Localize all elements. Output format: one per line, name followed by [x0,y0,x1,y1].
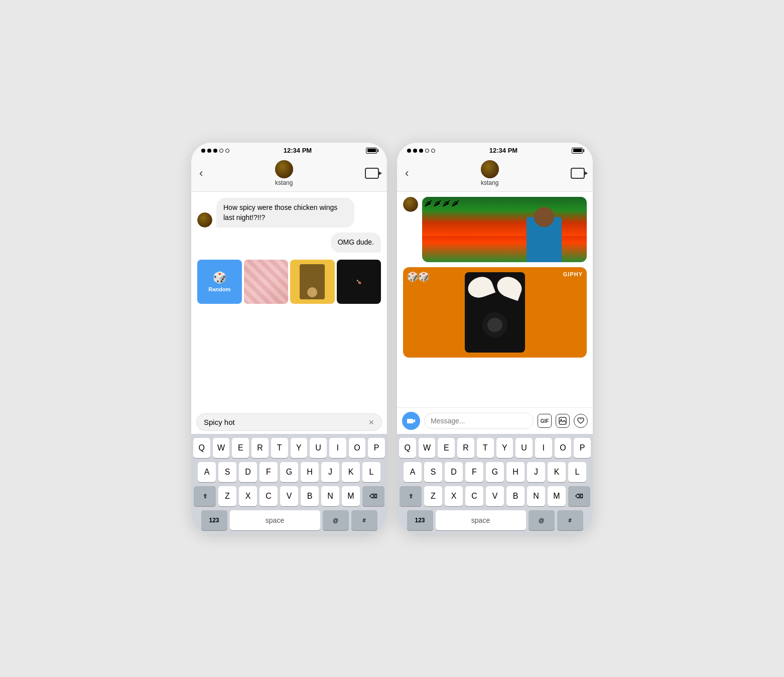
key-rm[interactable]: M [548,486,566,506]
key-r[interactable]: R [251,438,269,458]
key-g[interactable]: G [280,462,298,482]
key-hash[interactable]: # [351,510,377,530]
messages-area-left: How spicy were those chicken wings last … [191,192,387,410]
key-backspace[interactable]: ⌫ [362,486,384,506]
key-ri[interactable]: I [535,438,552,458]
key-rbackspace[interactable]: ⌫ [568,486,590,506]
key-o[interactable]: O [349,438,366,458]
heart-button[interactable] [574,414,588,428]
key-rz[interactable]: Z [424,486,442,506]
gif-item-2[interactable] [290,260,335,304]
key-p[interactable]: P [368,438,385,458]
key-q[interactable]: Q [193,438,210,458]
nav-center-right[interactable]: kstang [481,160,499,186]
message-input-right[interactable] [424,413,534,429]
search-input-left[interactable] [204,418,364,426]
key-ro[interactable]: O [555,438,572,458]
key-row-1: Q W E R T Y U I O P [193,438,385,458]
key-rshift[interactable]: ⇧ [400,486,422,506]
key-rnumbers[interactable]: 123 [407,510,433,530]
key-rf[interactable]: F [465,462,483,482]
key-j[interactable]: J [321,462,339,482]
key-x[interactable]: X [239,486,257,506]
camera-button[interactable] [402,412,420,430]
key-u[interactable]: U [310,438,327,458]
key-h[interactable]: H [301,462,319,482]
gif-item-1[interactable] [244,260,289,304]
key-rn[interactable]: N [527,486,545,506]
giphy-badge: GIPHY [563,271,583,277]
key-a[interactable]: A [198,462,216,482]
nav-bar-right: ‹ kstang [397,156,593,192]
figure-head [482,312,507,337]
key-rhash[interactable]: # [557,510,583,530]
key-k[interactable]: K [342,462,360,482]
key-re[interactable]: E [438,438,455,458]
key-z[interactable]: Z [218,486,236,506]
video-call-button-left[interactable] [365,168,379,179]
search-clear-button[interactable]: ✕ [368,418,374,426]
image-button[interactable] [556,414,570,428]
key-rh[interactable]: H [506,462,525,482]
sender-avatar-face [197,212,212,228]
key-rj[interactable]: J [527,462,545,482]
key-d[interactable]: D [239,462,257,482]
key-rx[interactable]: X [445,486,463,506]
nav-center-left[interactable]: kstang [275,160,293,186]
search-bar-left[interactable]: ✕ [196,413,382,431]
avatar-face-right [481,160,499,178]
key-rt[interactable]: T [477,438,494,458]
key-b[interactable]: B [301,486,319,506]
key-v[interactable]: V [280,486,298,506]
gif-button[interactable]: GIF [538,414,552,428]
key-f[interactable]: F [259,462,278,482]
key-shift[interactable]: ⇧ [194,486,216,506]
key-rat[interactable]: @ [529,510,555,530]
key-s[interactable]: S [218,462,236,482]
back-button-left[interactable]: ‹ [199,167,203,180]
key-rl[interactable]: L [568,462,586,482]
random-label: Random [208,286,230,292]
key-rs[interactable]: S [424,462,442,482]
key-rspace[interactable]: space [436,510,526,530]
battery-icon-right [572,148,583,154]
chili-bg: 🌶 🌶 🌶 🌶 [422,197,587,236]
gif-random-button[interactable]: 🎲 Random [197,260,242,304]
key-i[interactable]: I [329,438,346,458]
key-m[interactable]: M [342,486,360,506]
dot-2 [207,149,211,153]
key-rg[interactable]: G [486,462,504,482]
key-rb[interactable]: B [506,486,525,506]
camera-icon [407,417,416,424]
key-e[interactable]: E [232,438,249,458]
key-rp[interactable]: P [574,438,591,458]
gif-item-3[interactable]: 🍗 [337,260,381,304]
key-at[interactable]: @ [323,510,349,530]
key-rc[interactable]: C [465,486,483,506]
username-left: kstang [275,179,293,186]
key-rq[interactable]: Q [399,438,416,458]
key-ru[interactable]: U [515,438,533,458]
key-c[interactable]: C [259,486,278,506]
key-rv[interactable]: V [486,486,504,506]
key-w[interactable]: W [213,438,230,458]
sender-avatar-face-right [403,197,418,212]
key-numbers[interactable]: 123 [201,510,227,530]
key-rw[interactable]: W [419,438,436,458]
key-rk[interactable]: K [548,462,566,482]
key-l[interactable]: L [362,462,380,482]
figure-wings [468,277,522,297]
key-t[interactable]: T [271,438,288,458]
key-row-bottom: 123 space @ # [193,510,385,530]
key-y[interactable]: Y [291,438,308,458]
key-rd[interactable]: D [445,462,463,482]
key-ry[interactable]: Y [496,438,513,458]
key-space[interactable]: space [230,510,320,530]
key-rr[interactable]: R [457,438,474,458]
back-button-right[interactable]: ‹ [405,167,409,180]
key-ra[interactable]: A [404,462,422,482]
video-call-button-right[interactable] [571,168,585,179]
key-n[interactable]: N [321,486,339,506]
sender-avatar-right [403,197,418,212]
status-time-left: 12:34 PM [284,147,312,154]
